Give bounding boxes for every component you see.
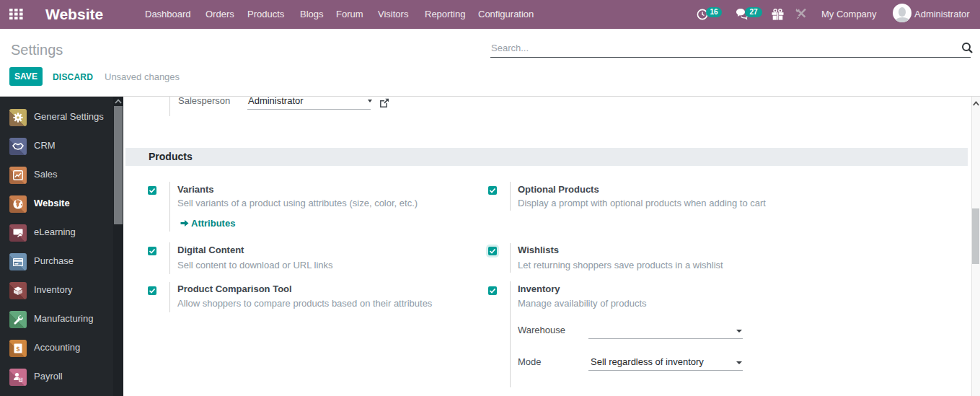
svg-text:$: $ <box>16 346 19 353</box>
svg-text:$: $ <box>19 377 22 382</box>
